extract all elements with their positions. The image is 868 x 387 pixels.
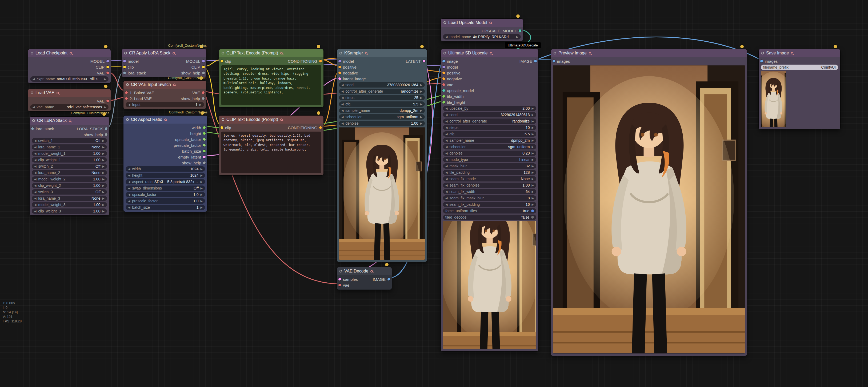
magnifier-icon[interactable] [490, 52, 492, 55]
out-slot-clip[interactable]: CLIP [96, 65, 109, 69]
out-slot-clip[interactable]: CLIP [191, 65, 205, 69]
widget-sampler_name[interactable]: ◀sampler_namedpmpp_2m▶ [339, 108, 425, 113]
increment-arrow[interactable]: ▶ [532, 165, 534, 168]
widget-control_after_generate[interactable]: ◀control_after_generaterandomize▶ [339, 89, 425, 94]
slot-dot-int[interactable] [203, 126, 206, 129]
slot-dot-image[interactable] [388, 278, 390, 280]
in-slot-positive[interactable]: positive [442, 71, 461, 75]
slot-dot-model[interactable] [338, 60, 341, 62]
increment-arrow[interactable]: ▶ [420, 96, 423, 99]
slot-dot-conditioning[interactable] [338, 66, 341, 68]
node-header[interactable]: VAE Decode [337, 267, 392, 275]
slot-dot-vae[interactable] [442, 83, 445, 86]
collapse-icon[interactable] [126, 118, 129, 121]
out-slot-width[interactable]: width [192, 125, 206, 130]
increment-arrow[interactable]: ▶ [420, 90, 423, 93]
node-header[interactable]: CLIP Text Encode (Prompt) [219, 49, 323, 57]
increment-arrow[interactable]: ▶ [532, 113, 534, 117]
increment-arrow[interactable]: ▶ [102, 152, 104, 155]
slot-dot-vae[interactable] [125, 97, 128, 100]
slot-dot-string[interactable] [203, 161, 206, 164]
increment-arrow[interactable]: ▶ [532, 203, 534, 206]
widget-width[interactable]: ◀width1024▶ [126, 166, 205, 172]
increment-arrow[interactable]: ▶ [420, 83, 423, 87]
widget-lora_name_1[interactable]: ◀lora_name_1None▶ [32, 144, 107, 150]
widget-seam_fix_mode[interactable]: ◀seam_fix_modeNone▶ [443, 176, 536, 181]
increment-arrow[interactable]: ▶ [532, 152, 534, 155]
decrement-arrow[interactable]: ◀ [445, 139, 447, 142]
in-slot-vae[interactable]: vae [338, 283, 349, 288]
node-header[interactable]: Load Upscale Model [441, 19, 523, 27]
increment-arrow[interactable]: ▶ [532, 120, 534, 123]
widget-seed[interactable]: ◀seed378038000261364▶ [339, 82, 425, 88]
increment-arrow[interactable]: ▶ [102, 158, 104, 162]
out-slot-vae[interactable]: VAE [192, 90, 205, 95]
slot-dot-model[interactable] [123, 60, 126, 62]
increment-arrow[interactable]: ▶ [102, 139, 104, 143]
widget-switch_3[interactable]: ◀switch_3Off▶ [32, 189, 107, 195]
decrement-arrow[interactable]: ◀ [34, 210, 36, 213]
increment-arrow[interactable]: ▶ [104, 78, 106, 81]
in-slot-image[interactable]: image [442, 59, 458, 63]
increment-arrow[interactable]: ▶ [420, 102, 423, 106]
decrement-arrow[interactable]: ◀ [341, 102, 343, 106]
slot-dot-vae[interactable] [338, 284, 341, 287]
collapse-icon[interactable] [554, 52, 556, 55]
slot-dot-upscale_model[interactable] [442, 89, 445, 92]
magnifier-icon[interactable] [70, 52, 72, 55]
collapse-icon[interactable] [222, 52, 224, 55]
collapse-icon[interactable] [126, 83, 129, 86]
node-header[interactable]: CLIP Text Encode (Prompt) [219, 116, 323, 124]
magnifier-icon[interactable] [791, 52, 793, 55]
increment-arrow[interactable]: ▶ [532, 139, 534, 142]
in-slot-clip[interactable]: clip [123, 65, 134, 69]
slot-dot-clip[interactable] [202, 66, 205, 68]
out-slot-lora_stack[interactable]: LORA_STACK [77, 126, 107, 131]
out-slot-image[interactable]: IMAGE [520, 59, 537, 63]
increment-arrow[interactable]: ▶ [102, 165, 104, 168]
slot-dot-image[interactable] [553, 60, 555, 62]
slot-dot-latent[interactable] [338, 278, 341, 280]
decrement-arrow[interactable]: ◀ [445, 171, 447, 174]
slot-dot-string[interactable] [202, 71, 205, 74]
node-cr-apply-lora-stack[interactable]: CR Apply LoRA Stack modelMODELclipCLIPlo… [121, 49, 207, 77]
in-slot-tile_width[interactable]: tile_width [442, 94, 464, 99]
collapse-icon[interactable] [222, 118, 224, 121]
decrement-arrow[interactable]: ◀ [341, 96, 343, 99]
node-header[interactable]: Preview Image [551, 49, 747, 57]
in-slot-clip[interactable]: clip [220, 125, 231, 130]
in-slot-images[interactable]: images [553, 59, 570, 63]
decrement-arrow[interactable]: ◀ [445, 177, 447, 181]
widget-clip_weight_2[interactable]: ◀clip_weight_21.00▶ [32, 183, 107, 188]
slot-dot-lora_stack[interactable] [105, 127, 107, 130]
node-cr-aspect-ratio[interactable]: CR Aspect Ratio widthheightupscale_facto… [123, 115, 208, 212]
out-slot-vae[interactable]: VAE [97, 71, 109, 75]
node-header[interactable]: CR VAE Input Switch [123, 81, 206, 89]
widget-prescale_factor[interactable]: ◀prescale_factor1.0▶ [126, 198, 205, 204]
increment-arrow[interactable]: ▶ [102, 171, 104, 175]
decrement-arrow[interactable]: ◀ [33, 78, 35, 81]
decrement-arrow[interactable]: ◀ [445, 132, 447, 136]
out-slot-prescale_factor[interactable]: prescale_factor [174, 143, 206, 148]
slot-dot-vae[interactable] [125, 91, 128, 94]
decrement-arrow[interactable]: ◀ [34, 165, 36, 168]
collapse-icon[interactable] [31, 92, 33, 94]
widget-value[interactable]: ComfyUI [822, 65, 836, 69]
node-load-checkpoint[interactable]: Load Checkpoint MODELCLIPVAE ◀ckpt_namen… [28, 49, 111, 84]
decrement-arrow[interactable]: ◀ [34, 158, 36, 162]
increment-arrow[interactable]: ▶ [532, 184, 534, 187]
decrement-arrow[interactable]: ◀ [33, 106, 35, 109]
out-slot-batch_size[interactable]: batch_size [182, 149, 206, 153]
in-slot-model[interactable]: model [442, 65, 458, 69]
slot-dot-latent[interactable] [203, 156, 206, 158]
decrement-arrow[interactable]: ◀ [128, 103, 130, 107]
slot-dot-int[interactable] [442, 101, 445, 103]
slot-dot-clip[interactable] [123, 66, 126, 68]
out-slot-show_help[interactable]: show_help [84, 132, 107, 137]
magnifier-icon[interactable] [370, 270, 373, 272]
widget-sampler_name[interactable]: ◀sampler_namedpmpp_2m▶ [443, 138, 536, 143]
slot-dot-float[interactable] [203, 138, 206, 141]
slot-dot-latent[interactable] [338, 78, 341, 80]
node-canvas[interactable]: Comfyroll_CustomNodes Comfyroll_CustomNo… [0, 0, 868, 387]
increment-arrow[interactable]: ▶ [200, 193, 203, 197]
